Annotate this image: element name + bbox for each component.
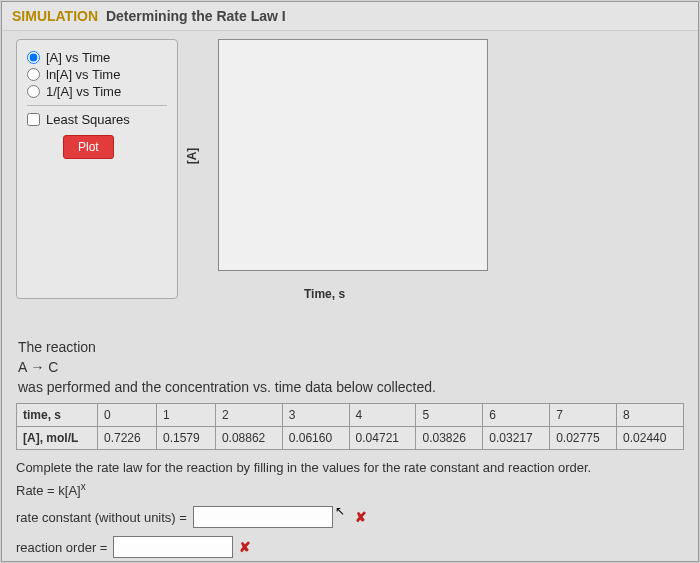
reaction-order-label: reaction order = [16,540,107,555]
conc-cell: 0.02440 [617,427,684,450]
rate-constant-label: rate constant (without units) = [16,510,187,525]
rate-equation: Rate = k[A]x [16,481,684,498]
instruction-text: Complete the rate law for the reaction b… [16,460,684,475]
rate-constant-input[interactable] [193,506,333,528]
plot-options-panel: [A] vs Time ln[A] vs Time 1/[A] vs Time … [16,39,178,299]
radio-1a-vs-time[interactable]: 1/[A] vs Time [27,84,167,99]
time-cell: 7 [550,404,617,427]
time-cell: 2 [215,404,282,427]
conc-cell: 0.03826 [416,427,483,450]
radio-a-vs-time-label: [A] vs Time [46,50,110,65]
chart-area [218,39,488,271]
radio-lna-vs-time[interactable]: ln[A] vs Time [27,67,167,82]
time-cell: 0 [98,404,157,427]
data-table: time, s 0 1 2 3 4 5 6 7 8 [A], mol/L 0.7… [16,403,684,450]
incorrect-icon: ✘ [239,539,251,555]
conc-cell: 0.7226 [98,427,157,450]
reaction-line3: was performed and the concentration vs. … [18,379,682,395]
conc-cell: 0.04721 [349,427,416,450]
time-cell: 4 [349,404,416,427]
table-row: time, s 0 1 2 3 4 5 6 7 8 [17,404,684,427]
plot-button[interactable]: Plot [63,135,114,159]
conc-cell: 0.06160 [282,427,349,450]
reaction-description: The reaction A → C was performed and the… [16,339,684,395]
checkbox-least-squares-input[interactable] [27,113,40,126]
conc-label: [A], mol/L [17,427,98,450]
checkbox-least-squares-label: Least Squares [46,112,130,127]
conc-cell: 0.03217 [483,427,550,450]
conc-cell: 0.08862 [215,427,282,450]
reaction-line2: A → C [18,359,682,375]
radio-a-vs-time-input[interactable] [27,51,40,64]
reaction-order-input[interactable] [113,536,233,558]
chart-container: [A] Time, s [194,39,494,299]
time-cell: 6 [483,404,550,427]
radio-lna-vs-time-input[interactable] [27,68,40,81]
conc-cell: 0.1579 [156,427,215,450]
conc-cell: 0.02775 [550,427,617,450]
time-label: time, s [17,404,98,427]
chart-xlabel: Time, s [304,287,345,301]
page-header: SIMULATION Determining the Rate Law I [2,2,698,31]
chart-ylabel: [A] [185,148,199,165]
simulation-label: SIMULATION [12,8,98,24]
time-cell: 1 [156,404,215,427]
radio-1a-vs-time-label: 1/[A] vs Time [46,84,121,99]
time-cell: 8 [617,404,684,427]
rate-eq-prefix: Rate = k[A] [16,483,81,498]
radio-lna-vs-time-label: ln[A] vs Time [46,67,120,82]
radio-1a-vs-time-input[interactable] [27,85,40,98]
cursor-icon: ↖ [335,504,345,518]
reaction-line1: The reaction [18,339,682,355]
incorrect-icon: ✘ [355,509,367,525]
page-title: Determining the Rate Law I [106,8,286,24]
checkbox-least-squares[interactable]: Least Squares [27,112,167,127]
radio-a-vs-time[interactable]: [A] vs Time [27,50,167,65]
time-cell: 3 [282,404,349,427]
rate-eq-exponent: x [81,481,86,492]
time-cell: 5 [416,404,483,427]
table-row: [A], mol/L 0.7226 0.1579 0.08862 0.06160… [17,427,684,450]
